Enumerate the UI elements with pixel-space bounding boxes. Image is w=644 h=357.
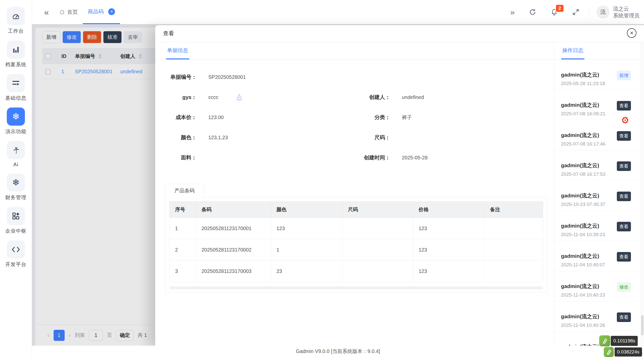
log-item: gadmin(流之云) 2025-05-28 11:23:18 新增	[554, 60, 640, 90]
gauge-icon	[7, 7, 25, 25]
leaf-icon	[604, 347, 614, 357]
svg-text:TOP: TOP	[238, 100, 241, 101]
perf-badge-2: 0.038224s	[604, 347, 614, 357]
log-action-badge: 查看	[617, 192, 631, 201]
user-role: 系统管理员	[613, 12, 639, 19]
log-action-badge: 查看	[617, 161, 631, 171]
tab-document-info[interactable]: 单据信息	[166, 42, 189, 59]
barcode-table: 序号 条码 颜色 尺码 价格 备注 1 202505281123	[169, 201, 543, 282]
barcode-row: 2 202505281123170002 1 123	[170, 239, 543, 261]
barcode-table-box: 序号 条码 颜色 尺码 价格 备注 1 202505281123	[165, 197, 547, 293]
log-action-badge: 查看	[617, 131, 631, 141]
field-value-cost: 123.00	[208, 114, 224, 121]
tab-operation-log[interactable]: 操作日志	[561, 42, 584, 59]
log-tabbar: 操作日志	[554, 42, 640, 60]
expand-sidebar-icon[interactable]: »	[510, 8, 515, 16]
fullscreen-icon[interactable]	[572, 8, 580, 16]
sidebar-item-label: 财务管理	[5, 194, 26, 201]
sidebar-item-label: 开发平台	[5, 261, 26, 268]
log-action-badge: 查看	[617, 101, 631, 111]
notification-bell-icon[interactable]: 2	[550, 8, 558, 16]
view-dialog: 查看 ✕ 单据信息 单据编号： SP20250528001 gys： cccc	[155, 25, 644, 346]
document-form: 单据编号： SP20250528001 gys： cccc TOP 创建	[155, 60, 554, 174]
tab-close-icon[interactable]: ✕	[108, 8, 115, 15]
log-action-badge: 修改	[617, 282, 631, 292]
dialog-header: 查看 ✕	[155, 25, 644, 42]
grid-diamond-icon	[7, 207, 25, 225]
timing-tooltip: 0.038224s	[615, 347, 642, 356]
horizontal-scrollbar[interactable]	[169, 287, 543, 289]
tab-product-barcode[interactable]: 产品条码	[165, 184, 204, 197]
field-value-doc-no: SP20250528001	[208, 74, 246, 80]
footer: Gadmin V9.0.0 [当前系统版本：9.0.4]	[32, 346, 644, 357]
sidebar-item-label: 档案系统	[5, 61, 26, 68]
field-label-cost: 成本价：	[155, 114, 197, 121]
field-label-doc-no: 单据编号：	[155, 74, 197, 80]
sidebar-item-dev-platform[interactable]: 开发平台	[5, 240, 26, 268]
field-label-size: 尺码：	[355, 134, 390, 141]
avatar[interactable]: 流	[596, 6, 610, 19]
collapse-sidebar-icon[interactable]: «	[39, 0, 54, 24]
snowflake-icon: ❄	[7, 173, 25, 192]
log-item: gadmin(流之云) 2025-07-08 16:17:53 查看	[554, 150, 640, 181]
log-list: gadmin(流之云) 2025-05-28 11:23:18 新增 gadmi…	[554, 60, 640, 346]
barcode-row: 1 202505281123170001 123 123	[170, 218, 543, 239]
barcode-section: 产品条码 序号 条码 颜色 尺码 价格 备注	[165, 184, 547, 293]
bc-col-remark: 备注	[485, 202, 543, 218]
field-label-category: 分类：	[355, 114, 390, 121]
user-info[interactable]: 流之云 系统管理员	[613, 5, 639, 19]
document-info-pane: 单据信息 单据编号： SP20250528001 gys： cccc TOP	[155, 42, 554, 346]
field-value-color: 123,1,23	[208, 134, 228, 141]
sidebar-item-finance[interactable]: ❄ 财务管理	[5, 173, 26, 201]
top-triangle-icon[interactable]: TOP	[236, 93, 243, 102]
snowflake-icon: ❄	[7, 108, 25, 126]
log-item: gadmin(流之云) 2025-11-04 10:40:23 修改	[554, 271, 640, 301]
list-arrow-icon	[7, 74, 25, 92]
header-divider	[589, 6, 589, 19]
sidebar-item-label: 演示功能	[5, 128, 26, 135]
leaf-icon	[599, 335, 610, 346]
barcode-row: 3 202505281123170003 23 123	[170, 261, 543, 282]
perf-badge-1: 0.101198s	[599, 335, 610, 346]
sidebar-item-label: 企业中枢	[5, 228, 26, 234]
tab-home[interactable]: 首页	[54, 0, 83, 24]
sidebar-item-enterprise-hub[interactable]: 企业中枢	[5, 207, 26, 234]
log-action-badge: 查看	[617, 312, 631, 322]
field-label-created: 创建时间：	[355, 154, 390, 161]
bc-col-index: 序号	[170, 202, 196, 218]
sidebar-item-archives[interactable]: 档案系统	[5, 41, 26, 68]
log-item: gadmin(流之云) 2025-10-23 07:45:37 查看	[554, 181, 640, 211]
settings-gear-icon[interactable]: ⚙	[621, 116, 629, 125]
field-value-created: 2025-05-28	[402, 154, 428, 161]
home-icon	[59, 9, 65, 15]
sidebar: 工作台 档案系统 基础信息 ❄ 演示功能 Ai ❄ 财务	[0, 0, 32, 357]
bc-col-color: 颜色	[271, 202, 342, 218]
sidebar-item-workbench[interactable]: 工作台	[7, 7, 25, 34]
sidebar-item-label: 工作台	[8, 28, 24, 34]
tab-product-code[interactable]: 商品码 ✕	[83, 0, 120, 24]
info-tabbar: 单据信息	[155, 42, 554, 60]
modal-scrollbar[interactable]	[640, 42, 644, 346]
code-icon	[7, 240, 25, 259]
version-label: Gadmin V9.0.0 [当前系统版本：9.0.4]	[296, 348, 380, 355]
operation-log-pane: 操作日志 gadmin(流之云) 2025-05-28 11:23:18 新增 …	[554, 42, 640, 346]
log-item: gadmin(流之云) 2025-11-04 10:40:07 查看	[554, 241, 640, 271]
dialog-close-icon[interactable]: ✕	[627, 28, 636, 38]
timing-tooltip: 0.101198s	[611, 336, 638, 346]
log-item: gadmin(流之云) 2025-11-04 10:40:26 查看	[554, 301, 640, 332]
barcode-header-row: 序号 条码 颜色 尺码 价格 备注	[170, 202, 543, 218]
sidebar-item-label: Ai	[13, 162, 18, 167]
log-item: gadmin(流之云) 2025-11-04 10:39:23 查看	[554, 211, 640, 241]
field-value-creator: undefined	[402, 94, 424, 100]
bc-col-price: 价格	[413, 202, 485, 218]
field-label-color: 颜色：	[155, 134, 197, 141]
field-value-gys: cccc	[208, 94, 218, 100]
field-label-creator: 创建人：	[355, 94, 390, 100]
sidebar-item-demo[interactable]: ❄ 演示功能	[5, 108, 26, 135]
bar-chart-icon	[7, 41, 25, 59]
sidebar-item-base-info[interactable]: 基础信息	[5, 74, 26, 101]
field-label-fabric: 面料：	[155, 154, 197, 161]
top-header: « 首页 商品码 ✕ » 2 流 流之云	[32, 0, 644, 24]
refresh-icon[interactable]	[529, 8, 536, 16]
sidebar-item-ai[interactable]: Ai	[7, 141, 25, 167]
